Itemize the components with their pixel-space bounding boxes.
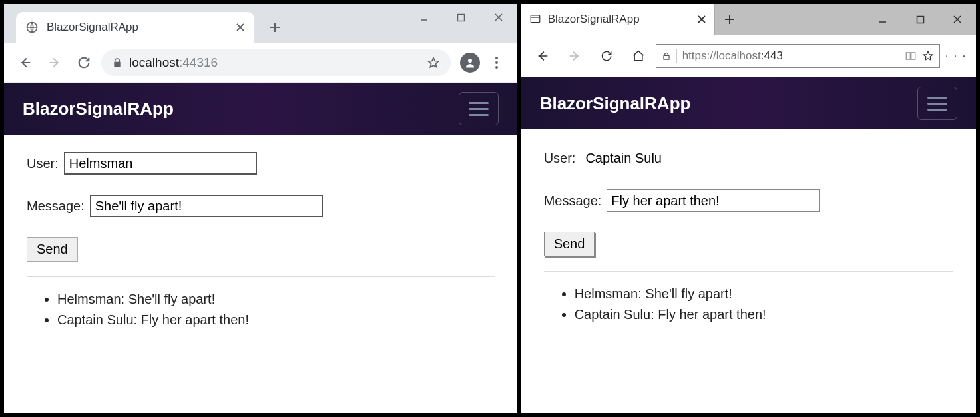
window-controls — [864, 4, 976, 35]
globe-icon — [25, 21, 39, 34]
forward-button[interactable] — [43, 51, 67, 75]
back-button[interactable] — [528, 43, 557, 69]
lock-icon — [662, 51, 671, 61]
maximize-button[interactable] — [443, 4, 480, 31]
message-list: Helmsman: She'll fly apart! Captain Sulu… — [544, 286, 953, 322]
address-bar[interactable]: localhost:44316 — [101, 49, 451, 76]
svg-rect-4 — [917, 16, 923, 23]
url-port: :443 — [761, 49, 783, 62]
bookmark-star-icon[interactable] — [427, 56, 440, 69]
message-list: Helmsman: She'll fly apart! Captain Sulu… — [27, 292, 495, 328]
browser-tab[interactable]: BlazorSignalRApp — [16, 12, 254, 43]
app-title: BlazorSignalRApp — [540, 93, 691, 114]
message-item: Helmsman: She'll fly apart! — [57, 292, 495, 307]
hamburger-icon — [469, 102, 489, 104]
close-window-button[interactable] — [480, 4, 517, 31]
chrome-tab-strip: BlazorSignalRApp — [4, 4, 517, 43]
app-title: BlazorSignalRApp — [23, 99, 174, 119]
favorite-star-icon[interactable] — [922, 50, 934, 62]
profile-avatar[interactable] — [460, 53, 480, 73]
home-button[interactable] — [624, 43, 653, 69]
message-item: Helmsman: She'll fly apart! — [575, 286, 953, 302]
maximize-button[interactable] — [901, 4, 939, 35]
user-label: User: — [544, 151, 576, 166]
browser-tab[interactable]: BlazorSignalRApp — [521, 4, 714, 35]
refresh-button[interactable] — [592, 43, 621, 69]
send-button[interactable]: Send — [27, 237, 78, 262]
reload-button[interactable] — [72, 51, 96, 75]
svg-rect-3 — [531, 15, 540, 23]
edge-toolbar: https://localhost:443 · · · — [521, 35, 976, 77]
user-input[interactable] — [581, 147, 760, 169]
message-label: Message: — [544, 193, 602, 209]
address-bar[interactable]: https://localhost:443 — [656, 44, 940, 68]
chrome-window: BlazorSignalRApp — [4, 4, 517, 413]
svg-rect-1 — [458, 14, 465, 21]
window-controls — [405, 4, 517, 31]
back-button[interactable] — [13, 51, 37, 75]
url-host: localhost — [716, 49, 761, 62]
url-host: localhost — [129, 55, 179, 70]
message-item: Captain Sulu: Fly her apart then! — [57, 312, 495, 328]
divider — [27, 276, 495, 277]
user-label: User: — [27, 156, 59, 171]
separator — [676, 49, 677, 63]
svg-rect-5 — [664, 55, 669, 59]
new-tab-button[interactable] — [714, 4, 745, 35]
message-input[interactable] — [90, 195, 323, 217]
lock-icon — [112, 57, 122, 68]
svg-point-2 — [468, 59, 472, 63]
app-navbar: BlazorSignalRApp — [4, 83, 517, 135]
tab-title: BlazorSignalRApp — [47, 21, 228, 34]
url-text: localhost:44316 — [129, 55, 218, 70]
edge-tab-strip: BlazorSignalRApp — [521, 4, 976, 35]
chrome-toolbar: localhost:44316 — [4, 43, 517, 83]
close-tab-icon[interactable] — [697, 15, 706, 24]
browser-menu-button[interactable] — [485, 57, 508, 69]
reading-view-icon[interactable] — [905, 50, 917, 62]
edge-window: BlazorSignalRApp — [521, 4, 976, 413]
new-tab-button[interactable] — [264, 16, 286, 39]
app-navbar: BlazorSignalRApp — [521, 77, 976, 129]
navbar-toggle-button[interactable] — [459, 92, 499, 125]
minimize-button[interactable] — [405, 4, 443, 31]
close-window-button[interactable] — [939, 4, 976, 35]
url-text: https://localhost:443 — [682, 49, 783, 63]
forward-button[interactable] — [560, 43, 589, 69]
navbar-toggle-button[interactable] — [917, 87, 957, 120]
tab-title: BlazorSignalRApp — [548, 13, 690, 26]
hamburger-icon — [927, 97, 947, 99]
message-label: Message: — [27, 199, 85, 214]
url-scheme: https:// — [682, 49, 716, 62]
page-icon — [529, 13, 541, 25]
minimize-button[interactable] — [864, 4, 901, 35]
message-item: Captain Sulu: Fly her apart then! — [575, 307, 953, 322]
browser-menu-button[interactable]: · · · — [943, 50, 969, 62]
close-tab-icon[interactable] — [236, 23, 245, 32]
divider — [544, 271, 953, 272]
user-input[interactable] — [64, 152, 257, 175]
app-body: User: Message: Send Helmsman: She'll fly… — [4, 135, 517, 350]
url-port: :44316 — [179, 55, 218, 70]
message-input[interactable] — [607, 189, 820, 212]
app-body: User: Message: Send Helmsman: She'll fly… — [521, 129, 976, 345]
send-button[interactable]: Send — [544, 232, 595, 256]
